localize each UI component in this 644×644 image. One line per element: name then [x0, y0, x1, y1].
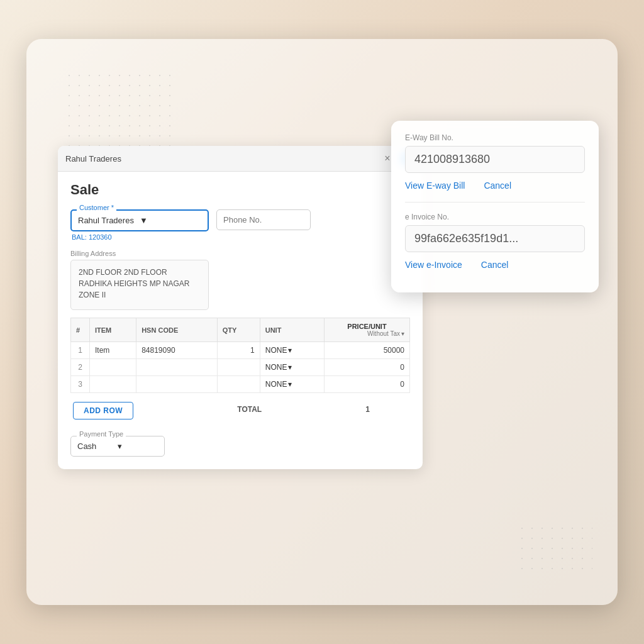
row-2-item[interactable] [90, 359, 136, 376]
customer-select[interactable]: Rahul Traderes ▼ [70, 209, 209, 231]
window-titlebar: Rahul Traderes × + [58, 146, 423, 172]
phone-field-group [216, 209, 311, 241]
total-label: TOTAL [133, 405, 365, 414]
row-2-qty[interactable] [217, 359, 260, 376]
popup-eway-actions: View E-way Bill Cancel [405, 180, 585, 191]
popup-einvoice-actions: View e-Invoice Cancel [405, 260, 585, 270]
items-table-section: # ITEM HSN CODE QTY UNIT PRICE/UNIT With… [70, 318, 410, 426]
row-3-item[interactable] [90, 376, 136, 393]
table-row: 1 Item 84819090 1 NONE ▾ 50000 [71, 342, 410, 359]
row-2-hsn[interactable] [136, 359, 218, 376]
row-2-num: 2 [71, 359, 90, 376]
col-price-unit: PRICE/UNIT Without Tax ▾ [324, 318, 409, 342]
col-unit: UNIT [260, 318, 324, 342]
window-content: Sale Customer * Rahul Traderes ▼ BAL: 12… [58, 172, 423, 469]
table-header: # ITEM HSN CODE QTY UNIT PRICE/UNIT With… [71, 318, 410, 342]
add-row-total-bar: ADD ROW TOTAL 1 [70, 393, 410, 426]
table-body: 1 Item 84819090 1 NONE ▾ 50000 [71, 342, 410, 393]
payment-select[interactable]: Cash ▾ [70, 436, 165, 457]
row-1-hsn[interactable]: 84819090 [136, 342, 218, 359]
add-row-button[interactable]: ADD ROW [73, 402, 133, 419]
cancel-eway-link[interactable]: Cancel [484, 180, 511, 191]
page-title: Sale [70, 182, 410, 198]
view-eway-bill-link[interactable]: View E-way Bill [405, 180, 465, 191]
sale-window: Rahul Traderes × + Sale Customer * Rahul… [58, 146, 423, 469]
billing-address-section: Billing Address 2ND FLOOR 2ND FLOOR RADH… [70, 250, 410, 310]
phone-input[interactable] [216, 209, 311, 230]
dot-grid-decoration-br [517, 523, 592, 574]
payment-type-label: Payment Type [77, 430, 126, 438]
col-qty: QTY [217, 318, 260, 342]
table-row: 3 NONE ▾ 0 [71, 376, 410, 393]
price-sub-arrow: ▾ [401, 330, 404, 337]
window-title: Rahul Traderes [65, 154, 375, 164]
table-row: 2 NONE ▾ 0 [71, 359, 410, 376]
popup-eway-label: E-Way Bill No. [405, 133, 585, 142]
customer-field-group: Customer * Rahul Traderes ▼ BAL: 120360 [70, 209, 209, 241]
col-hsn: HSN CODE [136, 318, 218, 342]
total-value: 1 [365, 405, 408, 414]
popup-einvoice-value: 99fa662e635f19d1... [405, 225, 585, 252]
customer-phone-row: Customer * Rahul Traderes ▼ BAL: 120360 [70, 209, 410, 241]
row-1-qty[interactable]: 1 [217, 342, 260, 359]
customer-value: Rahul Traderes [78, 216, 140, 225]
popup-einvoice-label: e Invoice No. [405, 213, 585, 221]
popup-divider [405, 202, 585, 203]
row-1-num: 1 [71, 342, 90, 359]
row-3-num: 3 [71, 376, 90, 393]
eway-einvoice-popup: E-Way Bill No. 421008913680 View E-way B… [391, 121, 599, 292]
row-3-price[interactable]: 0 [324, 376, 409, 393]
row-3-hsn[interactable] [136, 376, 218, 393]
cancel-einvoice-link[interactable]: Cancel [481, 260, 509, 270]
row-2-price[interactable]: 0 [324, 359, 409, 376]
billing-address-box: 2ND FLOOR 2ND FLOOR RADHIKA HEIGHTS MP N… [70, 260, 209, 310]
billing-address-label: Billing Address [70, 250, 410, 257]
payment-value: Cash [77, 441, 118, 451]
dot-grid-decoration-tl [64, 70, 177, 146]
view-einvoice-link[interactable]: View e-Invoice [405, 260, 462, 270]
price-unit-label: PRICE/UNIT [330, 323, 404, 330]
customer-label: Customer * [77, 204, 116, 211]
unit-1-arrow: ▾ [288, 346, 292, 355]
row-3-unit[interactable]: NONE ▾ [260, 376, 324, 393]
col-item: ITEM [90, 318, 136, 342]
row-2-unit[interactable]: NONE ▾ [260, 359, 324, 376]
payment-section: Payment Type Cash ▾ [70, 436, 410, 457]
row-1-unit[interactable]: NONE ▾ [260, 342, 324, 359]
outer-container: E-W... 42... View... Cancel e In... 99..… [26, 39, 618, 605]
customer-dropdown-arrow: ▼ [140, 216, 201, 225]
payment-dropdown-arrow: ▾ [118, 441, 158, 451]
popup-eway-value: 421008913680 [405, 146, 585, 173]
row-1-price[interactable]: 50000 [324, 342, 409, 359]
col-num: # [71, 318, 90, 342]
row-3-qty[interactable] [217, 376, 260, 393]
items-table: # ITEM HSN CODE QTY UNIT PRICE/UNIT With… [70, 318, 410, 393]
row-1-item[interactable]: Item [90, 342, 136, 359]
price-unit-sub: Without Tax ▾ [330, 330, 404, 337]
unit-3-arrow: ▾ [288, 380, 292, 389]
customer-balance: BAL: 120360 [70, 233, 209, 241]
unit-2-arrow: ▾ [288, 363, 292, 372]
